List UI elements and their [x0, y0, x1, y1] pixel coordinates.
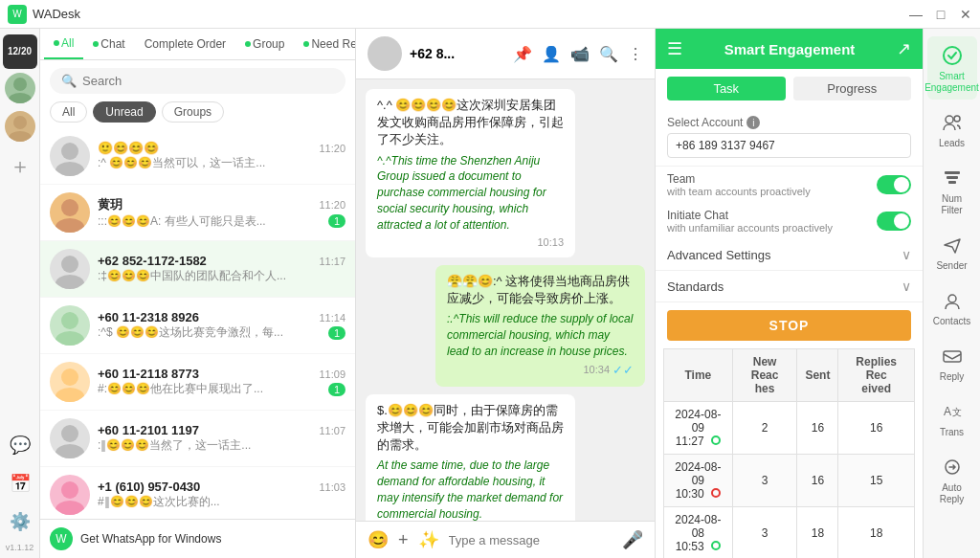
cell-replies: 15 [838, 455, 915, 507]
chat-avatar [368, 36, 402, 71]
svg-point-10 [61, 312, 78, 329]
list-item[interactable]: 黄玥 11:20 :::😊😊😊A: 有些人可能只是表... 1 [40, 185, 355, 241]
search-bar: 🔍 [40, 60, 355, 101]
team-toggle[interactable] [877, 175, 911, 194]
tab-progress[interactable]: Progress [793, 77, 912, 100]
chevron-down-icon: ∨ [902, 247, 911, 262]
list-item[interactable]: +62 852-1172-1582 11:17 :‡😊😊😊中国队的团队配合和个人… [40, 241, 355, 298]
message-text: ^.^ 😊😊😊😊这次深圳安居集团发文收购商品房用作保障房，引起了不少关注。 [377, 97, 564, 149]
sidebar-item-sender[interactable]: Sender [927, 226, 977, 278]
unread-badge: 1 [328, 214, 345, 228]
filter-unread-button[interactable]: Unread [93, 101, 155, 123]
sidebar-label: Trans [940, 427, 964, 438]
filter-all-button[interactable]: All [50, 101, 87, 123]
user-avatar-2[interactable] [5, 111, 35, 142]
table-row: 2024-08-08 10:53 3 18 18 [664, 507, 915, 559]
message-translation: :.^This will reduce the supply of local … [447, 311, 634, 359]
share-icon[interactable]: ↗ [897, 38, 911, 59]
contact-name: +60 11-2101 1197 [98, 423, 199, 437]
get-whatsapp-label: Get WhatsApp for Windows [80, 532, 221, 546]
list-item[interactable]: 🙂😊😊😊 11:20 :^ 😊😊😊当然可以，这一话主... [40, 128, 355, 185]
contact-name: 🙂😊😊😊 [98, 141, 159, 155]
sidebar-item-leads[interactable]: Leads [927, 103, 977, 155]
svg-point-0 [13, 78, 27, 91]
settings-icon[interactable]: ⚙️ [3, 504, 37, 539]
sticker-icon[interactable]: ✨ [418, 529, 439, 550]
tab-chat[interactable]: Chat [83, 30, 134, 58]
contact-msg: #:😊😊😊他在比赛中展现出了... [98, 381, 263, 397]
cell-replies: 18 [838, 507, 915, 559]
video-call-icon[interactable]: 📹 [570, 45, 590, 63]
microphone-icon[interactable]: 🎤 [622, 529, 643, 550]
user-add-icon[interactable]: 👤 [542, 45, 561, 63]
user-avatar-1[interactable] [5, 73, 35, 103]
svg-point-19 [946, 116, 953, 123]
cell-sent: 16 [797, 402, 838, 455]
hamburger-icon[interactable]: ☰ [667, 38, 682, 59]
avatar [50, 362, 90, 402]
stats-section: Time New Reaches Sent Replies Received 2… [656, 348, 923, 558]
minimize-button[interactable]: — [909, 8, 923, 21]
team-value: with team accounts proactively [667, 186, 811, 197]
advanced-settings-row[interactable]: Advanced Settings ∨ [656, 239, 923, 271]
tab-need-reply[interactable]: Need Reply [294, 30, 355, 58]
svg-point-6 [61, 199, 78, 216]
sidebar-item-trans[interactable]: A文 Trans [927, 392, 977, 444]
svg-point-14 [61, 425, 78, 442]
svg-point-3 [9, 131, 32, 142]
standards-row[interactable]: Standards ∨ [656, 271, 923, 302]
maximize-button[interactable]: □ [934, 8, 947, 21]
cell-reaches: 3 [732, 507, 797, 559]
account-select[interactable]: +86 189 3137 9467 [667, 133, 911, 158]
list-item[interactable]: +60 11-2118 8773 11:09 #:😊😊😊他在比赛中展现出了...… [40, 354, 355, 411]
sidebar-label: SmartEngagement [924, 71, 979, 94]
svg-rect-22 [947, 176, 958, 179]
date-badge: 12/20 [3, 34, 37, 69]
more-options-icon[interactable]: ⋮ [628, 45, 643, 63]
emoji-icon[interactable]: 😊 [368, 529, 389, 550]
sidebar-item-reply[interactable]: Reply [927, 337, 977, 389]
sidebar-item-auto-reply[interactable]: Auto Reply [927, 448, 977, 511]
message-bubble: 😤😤😊:^ 这将使得当地商品房供应减少，可能会导致房价上涨。 :.^This w… [435, 265, 645, 387]
initiate-chat-label: Initiate Chat [667, 209, 833, 222]
avatar [50, 249, 90, 289]
list-item[interactable]: +1 (610) 957-0430 11:03 #‖😊😊😊这次比赛的... [40, 467, 355, 519]
table-row: 2024-08-09 10:30 3 16 15 [664, 455, 915, 507]
chat-icon[interactable]: 💬 [3, 428, 37, 462]
initiate-chat-toggle[interactable] [877, 212, 911, 231]
svg-point-15 [56, 444, 84, 458]
contact-msg: :^ 😊😊😊当然可以，这一话主... [98, 155, 289, 171]
svg-rect-21 [945, 171, 960, 174]
tab-complete-order[interactable]: Complete Order [135, 30, 235, 58]
main-layout: 12/20 ＋ 💬 📅 ⚙️ v1.1.12 All Chat Compl [0, 29, 980, 558]
contact-name: +1 (610) 957-0430 [98, 480, 200, 494]
tab-all[interactable]: All [44, 29, 83, 59]
contact-info: 🙂😊😊😊 11:20 :^ 😊😊😊当然可以，这一话主... [98, 141, 345, 171]
attach-icon[interactable]: + [398, 530, 409, 550]
svg-point-8 [61, 256, 78, 273]
search-input[interactable] [82, 74, 334, 88]
col-new-reaches: New Reaches [732, 349, 797, 402]
list-item[interactable]: +60 11-2318 8926 11:14 :^$ 😊😊😊这场比赛竞争激烈，每… [40, 298, 355, 354]
search-chat-icon[interactable]: 🔍 [599, 45, 618, 63]
close-button[interactable]: ✕ [959, 8, 972, 21]
chat-input[interactable] [449, 533, 612, 547]
pin-icon[interactable]: 📌 [513, 45, 532, 63]
chat-area: +62 8... 📌 👤 📹 🔍 ⋮ ^.^ 😊😊😊😊这次深圳安居集团发文收购商… [356, 29, 655, 558]
calendar-icon[interactable]: 📅 [3, 466, 37, 501]
sidebar-item-contacts[interactable]: Contacts [927, 281, 977, 333]
list-item[interactable]: +60 11-2101 1197 11:07 :‖😊😊😊当然了，这一话主... [40, 411, 355, 467]
get-whatsapp-banner[interactable]: W Get WhatsApp for Windows [40, 519, 355, 558]
contact-msg: :‖😊😊😊当然了，这一话主... [98, 437, 289, 454]
sidebar-item-num-filter[interactable]: Num Filter [927, 159, 977, 222]
sidebar-item-smart-engagement[interactable]: SmartEngagement [927, 36, 977, 100]
tab-task[interactable]: Task [667, 77, 786, 100]
message-text: 😤😤😊:^ 这将使得当地商品房供应减少，可能会导致房价上涨。 [447, 273, 634, 307]
tab-group[interactable]: Group [235, 30, 294, 58]
filter-groups-button[interactable]: Groups [162, 101, 224, 123]
filter-row: All Unread Groups [40, 101, 355, 128]
contact-info: +1 (610) 957-0430 11:03 #‖😊😊😊这次比赛的... [98, 480, 345, 510]
add-account-button[interactable]: ＋ [3, 149, 37, 184]
search-icon: 🔍 [61, 74, 77, 88]
stop-button[interactable]: STOP [667, 310, 911, 341]
